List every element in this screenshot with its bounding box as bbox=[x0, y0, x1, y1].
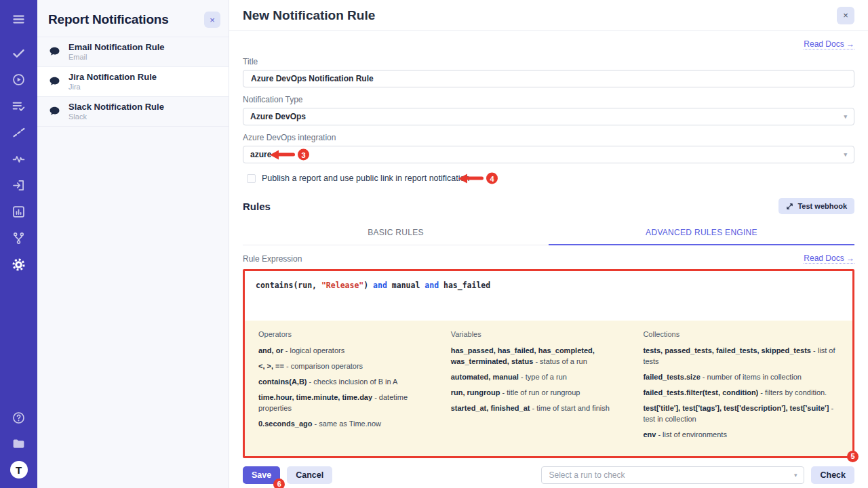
import-icon[interactable] bbox=[11, 177, 27, 193]
help-column-title: Operators bbox=[258, 330, 433, 338]
title-label: Title bbox=[243, 57, 854, 66]
integration-select[interactable]: azure ▾ 3 bbox=[243, 146, 854, 163]
cancel-button[interactable]: Cancel bbox=[287, 466, 332, 484]
help-desc: - number of items in collection bbox=[701, 373, 802, 381]
help-entry: has_passed, has_failed, has_completed, w… bbox=[451, 346, 626, 367]
title-input[interactable] bbox=[243, 70, 854, 87]
notification-rules-list: Email Notification Rule Email Jira Notif… bbox=[37, 37, 229, 127]
help-column-collections: Collections tests, passed_tests, failed_… bbox=[643, 330, 839, 445]
app-sidebar: T bbox=[0, 0, 37, 488]
rule-item-title: Jira Notification Rule bbox=[68, 72, 157, 83]
panel-close-button[interactable]: × bbox=[204, 12, 220, 28]
list-item-email-rule[interactable]: Email Notification Rule Email bbox=[37, 37, 229, 67]
steps-icon[interactable] bbox=[11, 124, 27, 140]
help-entry: failed_tests.filter(test, condition) - f… bbox=[643, 388, 839, 399]
help-desc: - title of run or rungroup bbox=[500, 388, 580, 396]
help-column-variables: Variables has_passed, has_failed, has_co… bbox=[451, 330, 626, 445]
test-webhook-label: Test webhook bbox=[797, 202, 847, 210]
rule-expression-editor[interactable]: contains(run, "Release") and manual and … bbox=[245, 271, 852, 321]
sidebar-bottom: T bbox=[10, 409, 28, 479]
rule-item-subtitle: Jira bbox=[68, 83, 157, 92]
rule-item-text: Slack Notification Rule Slack bbox=[68, 102, 164, 121]
publish-checkbox-row: Publish a report and use public link in … bbox=[247, 174, 854, 183]
analytics-icon[interactable] bbox=[11, 203, 27, 220]
list-item-slack-rule[interactable]: Slack Notification Rule Slack bbox=[37, 97, 229, 127]
rule-expression-label: Rule Expression bbox=[243, 254, 302, 264]
publish-checkbox-label[interactable]: Publish a report and use public link in … bbox=[262, 174, 469, 183]
form-content: Read Docs → Title Notification Type Azur… bbox=[229, 31, 868, 484]
help-column-title: Collections bbox=[643, 330, 839, 338]
run-select[interactable]: Select a run to check ▾ bbox=[541, 466, 804, 484]
help-entry: contains(A,B) - checks inclusion of B in… bbox=[258, 377, 433, 388]
rule-item-text: Email Notification Rule Email bbox=[68, 42, 165, 62]
run-select-placeholder: Select a run to check bbox=[549, 470, 625, 480]
main-close-button[interactable]: × bbox=[837, 7, 854, 24]
annotated-rule-editor-box: contains(run, "Release") and manual and … bbox=[243, 269, 854, 458]
help-term: and, or bbox=[258, 346, 283, 354]
rule-item-title: Email Notification Rule bbox=[68, 42, 165, 53]
panel-header: Report Notifications × bbox=[37, 0, 229, 37]
help-icon[interactable] bbox=[11, 409, 27, 426]
integration-label: Azure DevOps integration bbox=[243, 133, 854, 142]
help-entry: run, rungroup - title of run or rungroup bbox=[451, 388, 626, 399]
help-entry: automated, manual - type of a run bbox=[451, 372, 626, 383]
check-button[interactable]: Check bbox=[811, 466, 854, 484]
branch-icon[interactable] bbox=[11, 230, 27, 246]
play-circle-icon[interactable] bbox=[11, 71, 27, 87]
docs-row: Read Docs → bbox=[243, 37, 854, 49]
speech-bubble-icon bbox=[48, 75, 61, 88]
save-button[interactable]: Save bbox=[243, 466, 280, 484]
menu-icon[interactable] bbox=[11, 11, 27, 27]
help-term: run, rungroup bbox=[451, 388, 500, 396]
help-entry: env - list of environments bbox=[643, 430, 839, 441]
help-desc: - status of a run bbox=[533, 357, 587, 365]
speech-bubble-icon bbox=[48, 105, 61, 118]
list-item-jira-rule[interactable]: Jira Notification Rule Jira bbox=[37, 67, 229, 97]
code-token: "Release" bbox=[321, 281, 363, 290]
tab-basic-rules[interactable]: BASIC RULES bbox=[243, 222, 549, 245]
help-desc: - same as Time.now bbox=[312, 420, 380, 428]
code-token: ) bbox=[363, 281, 373, 290]
code-token: manual bbox=[387, 281, 425, 290]
code-token: contains(run, bbox=[256, 281, 321, 290]
page-title: New Notification Rule bbox=[243, 8, 375, 23]
help-desc: - checks inclusion of B in A bbox=[307, 378, 398, 386]
chevron-down-icon: ▾ bbox=[794, 472, 797, 479]
help-entry: test['title'], test['tags'], test['descr… bbox=[643, 403, 839, 425]
code-token: has_failed bbox=[439, 281, 490, 290]
expand-arrows-icon bbox=[786, 203, 793, 210]
test-webhook-button[interactable]: Test webhook bbox=[778, 198, 854, 214]
speech-bubble-icon bbox=[48, 45, 61, 58]
notification-type-select[interactable]: Azure DevOps ▾ bbox=[243, 108, 854, 125]
list-check-icon[interactable] bbox=[11, 98, 27, 114]
publish-checkbox[interactable] bbox=[247, 174, 256, 183]
help-term: 0.seconds_ago bbox=[258, 420, 312, 428]
help-entry: 0.seconds_ago - same as Time.now bbox=[258, 419, 433, 430]
app-logo[interactable]: T bbox=[10, 461, 28, 479]
help-desc: - logical operators bbox=[283, 346, 345, 354]
expression-help-panel: Operators and, or - logical operators <,… bbox=[245, 321, 852, 456]
tasks-check-icon[interactable] bbox=[11, 45, 27, 61]
code-token: and bbox=[373, 281, 387, 290]
arrow-bar bbox=[277, 153, 295, 157]
help-term: <, >, == bbox=[258, 362, 284, 370]
settings-gear-icon[interactable] bbox=[11, 256, 27, 272]
rule-item-text: Jira Notification Rule Jira bbox=[68, 72, 157, 92]
notification-type-label: Notification Type bbox=[243, 95, 854, 104]
annotation-arrow-3: 3 bbox=[270, 149, 309, 161]
pulse-icon[interactable] bbox=[11, 150, 27, 167]
help-term: contains(A,B) bbox=[258, 378, 307, 386]
help-column-title: Variables bbox=[451, 330, 626, 338]
report-notifications-panel: Report Notifications × Email Notificatio… bbox=[37, 0, 229, 488]
help-desc: - comparison operators bbox=[284, 362, 363, 370]
help-term: failed_tests.size bbox=[643, 373, 700, 381]
read-docs-link[interactable]: Read Docs → bbox=[804, 39, 854, 49]
help-term: automated, manual bbox=[451, 373, 519, 381]
code-token: and bbox=[425, 281, 439, 290]
tab-advanced-rules-engine[interactable]: ADVANCED RULES ENGINE bbox=[549, 222, 854, 245]
help-entry: started_at, finished_at - time of start … bbox=[451, 403, 626, 414]
read-docs-link-rules[interactable]: Read Docs → bbox=[804, 253, 854, 264]
help-desc: - time of start and finish bbox=[530, 404, 609, 412]
annotation-badge-4: 4 bbox=[486, 173, 498, 184]
docs-folder-icon[interactable] bbox=[11, 435, 27, 451]
